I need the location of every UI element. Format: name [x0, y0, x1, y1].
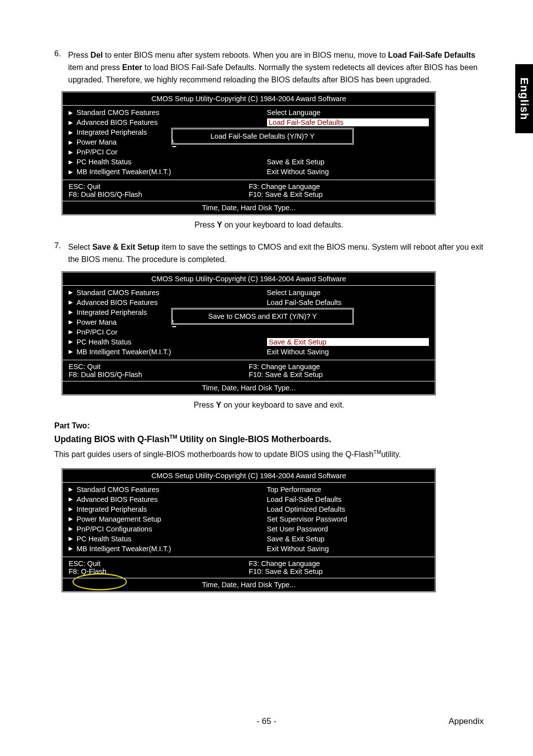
menu-item[interactable]: Exit Without Saving [267, 168, 429, 176]
menu-item[interactable]: Set User Password [267, 525, 429, 533]
menu-item[interactable]: Exit Without Saving [267, 545, 429, 553]
menu-item[interactable]: Power Management Setup [76, 515, 267, 523]
arrow-icon: ▶ [69, 535, 76, 542]
menu-item[interactable]: Standard CMOS Features [76, 289, 267, 297]
arrow-icon: ▶ [69, 526, 76, 532]
menu-item[interactable]: PC Health Status [76, 158, 267, 166]
bios-info: Time, Date, Hard Disk Type... [63, 381, 435, 394]
arrow-icon: ▶ [69, 319, 76, 325]
arrow-icon: ▶ [69, 516, 76, 522]
menu-item[interactable]: PnP/PCI Cor [76, 328, 267, 336]
menu-item[interactable]: Standard CMOS Features [76, 109, 267, 116]
menu-item[interactable]: Exit Without Saving [267, 348, 429, 356]
highlight-oval [73, 573, 127, 590]
menu-item[interactable]: Load Fail-Safe Defaults [267, 495, 429, 503]
key-hint: F8: Dual BIOS/Q-Flash [69, 190, 249, 198]
key-hint: F3: Change Language [249, 363, 429, 371]
arrow-icon: ▶ [69, 486, 76, 492]
menu-item[interactable]: PnP/PCI Configurations [76, 525, 267, 533]
confirm-dialog[interactable]: Save to CMOS and EXIT (Y/N)? Y [171, 308, 354, 325]
menu-item[interactable]: PnP/PCI Cor [76, 148, 267, 156]
arrow-icon: ▶ [69, 339, 76, 345]
key-hint: F10: Save & Exit Setup [249, 567, 429, 575]
bios-screen-2: CMOS Setup Utility-Copyright (C) 1984-20… [61, 271, 436, 396]
menu-item[interactable]: Select Language [267, 289, 429, 297]
menu-item[interactable]: Standard CMOS Features [76, 486, 267, 493]
confirm-dialog[interactable]: Load Fail-Safe Defaults (Y/N)? Y [171, 128, 354, 145]
menu-item-selected[interactable]: Save & Exit Setup [267, 338, 429, 346]
arrow-icon: ▶ [69, 169, 76, 175]
arrow-icon: ▶ [69, 496, 76, 502]
arrow-icon: ▶ [69, 299, 76, 305]
arrow-icon: ▶ [69, 139, 76, 146]
appendix-label: Appendix [449, 717, 484, 726]
key-hint: F8: Dual BIOS/Q-Flash [69, 371, 249, 378]
bios-screen-1: CMOS Setup Utility-Copyright (C) 1984-20… [61, 91, 436, 216]
arrow-icon: ▶ [69, 119, 76, 126]
language-tab: English [515, 64, 533, 133]
menu-item-selected[interactable]: Load Fail-Safe Defaults [267, 118, 429, 126]
key-hint: F10: Save & Exit Setup [249, 371, 429, 378]
arrow-icon: ▶ [69, 309, 76, 315]
step-number-7: 7. [54, 241, 68, 266]
menu-item[interactable]: MB Intelligent Tweaker(M.I.T.) [76, 545, 267, 553]
menu-item[interactable]: Select Language [267, 109, 429, 116]
key-hint: ESC: Quit [69, 363, 249, 371]
step7-text: Select Save & Exit Setup item to save th… [68, 241, 484, 266]
key-hint: ESC: Quit [69, 560, 249, 567]
key-hint: F3: Change Language [249, 560, 429, 567]
menu-item[interactable]: PC Health Status [76, 535, 267, 543]
part-two-desc: This part guides users of single-BIOS mo… [54, 448, 484, 460]
menu-item[interactable]: Load Optimized Defaults [267, 505, 429, 513]
key-hint: ESC: Quit [69, 183, 249, 190]
arrow-icon: ▶ [69, 329, 76, 335]
menu-item[interactable]: Set Supervisor Password [267, 515, 429, 523]
menu-item[interactable]: Save & Exit Setup [267, 535, 429, 543]
menu-item[interactable]: Advanced BIOS Features [76, 299, 267, 306]
bios-title: CMOS Setup Utility-Copyright (C) 1984-20… [63, 469, 435, 482]
part-two-heading: Part Two: [54, 421, 484, 430]
arrow-icon: ▶ [69, 129, 76, 136]
menu-item[interactable]: Top Performance [267, 486, 429, 493]
step6-text: Press Del to enter BIOS menu after syste… [68, 49, 484, 86]
bios-title: CMOS Setup Utility-Copyright (C) 1984-20… [63, 92, 435, 105]
arrow-icon: ▶ [69, 506, 76, 512]
language-label: English [518, 77, 531, 120]
menu-item[interactable]: Integrated Peripherals [76, 505, 267, 513]
menu-item[interactable]: Advanced BIOS Features [76, 495, 267, 503]
menu-item[interactable]: MB Intelligent Tweaker(M.I.T.) [76, 348, 267, 356]
bios-info: Time, Date, Hard Disk Type... [63, 201, 435, 214]
menu-item[interactable]: Save & Exit Setup [267, 158, 429, 166]
arrow-icon: ▶ [69, 289, 76, 296]
arrow-icon: ▶ [69, 149, 76, 155]
caption-2: Press Y on your keyboard to save and exi… [54, 401, 484, 410]
arrow-icon: ▶ [69, 110, 76, 116]
caption-1: Press Y on your keyboard to load default… [54, 221, 484, 229]
part-two-subheading: Updating BIOS with Q-FlashTM Utility on … [54, 433, 484, 446]
bios-screen-3: CMOS Setup Utility-Copyright (C) 1984-20… [61, 468, 436, 593]
key-hint: F3: Change Language [249, 183, 429, 190]
menu-item[interactable]: PC Health Status [76, 338, 267, 346]
menu-item[interactable]: Advanced BIOS Features [76, 118, 267, 126]
bios-title: CMOS Setup Utility-Copyright (C) 1984-20… [63, 272, 435, 285]
key-hint: F10: Save & Exit Setup [249, 190, 429, 198]
arrow-icon: ▶ [69, 159, 76, 165]
arrow-icon: ▶ [69, 545, 76, 552]
menu-item[interactable]: MB Intelligent Tweaker(M.I.T.) [76, 168, 267, 176]
arrow-icon: ▶ [69, 348, 76, 355]
step-number-6: 6. [54, 49, 68, 86]
menu-item[interactable]: Load Fail-Safe Defaults [267, 299, 429, 306]
